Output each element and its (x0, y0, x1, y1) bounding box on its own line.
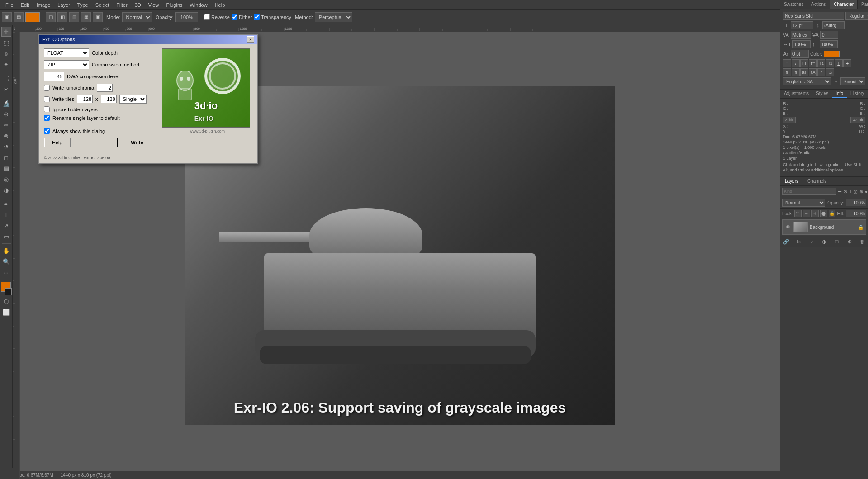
menu-image[interactable]: Image (33, 1, 54, 9)
tab-swatches[interactable]: Swatches (780, 0, 807, 9)
font-size-input[interactable] (791, 21, 813, 29)
mode-dropdown[interactable]: Normal (122, 12, 152, 22)
tool-btn-1[interactable]: ▣ (2, 12, 12, 22)
lock-paint-btn[interactable]: ✏ (803, 210, 810, 217)
menu-view[interactable]: View (145, 1, 163, 9)
tool-btn-2[interactable]: ▤ (14, 12, 24, 22)
tracking-input[interactable] (791, 31, 811, 39)
menu-3d[interactable]: 3D (131, 1, 145, 9)
menu-edit[interactable]: Edit (17, 1, 33, 9)
layers-filter-toggle[interactable]: ● (864, 187, 868, 195)
slice-tool[interactable]: ✂ (1, 84, 11, 94)
tile-y-input[interactable] (101, 95, 117, 103)
hand-tool[interactable]: ✋ (1, 246, 11, 256)
menu-select[interactable]: Select (92, 1, 113, 9)
healing-tool[interactable]: ⊕ (1, 109, 11, 119)
gradient-tool[interactable]: ▤ (1, 163, 11, 173)
fill-input[interactable] (846, 210, 866, 217)
layers-filter-btn4[interactable]: ◎ (853, 187, 858, 195)
tool-btn-3[interactable]: ◫ (46, 12, 56, 22)
exr-close-button[interactable]: × (247, 36, 254, 43)
always-show-checkbox[interactable] (44, 128, 50, 134)
ligatures-btn[interactable]: fl (792, 68, 800, 76)
stamp-tool[interactable]: ⊗ (1, 131, 11, 141)
history-brush-tool[interactable]: ↺ (1, 142, 11, 152)
write-luma-checkbox[interactable] (44, 85, 50, 91)
tab-styles[interactable]: Styles (812, 90, 832, 98)
tab-adjustments[interactable]: Adjustments (780, 90, 812, 98)
blur-tool[interactable]: ◎ (1, 174, 11, 184)
layer-fx-btn[interactable]: fx (795, 237, 803, 246)
layer-visibility-eye[interactable]: 👁 (784, 223, 792, 231)
all-caps-btn[interactable]: TT (800, 59, 808, 67)
baseline-input[interactable] (791, 50, 809, 58)
rename-layer-checkbox[interactable] (44, 115, 50, 121)
method-dropdown[interactable]: Perceptual (315, 12, 352, 22)
dodge-tool[interactable]: ◑ (1, 185, 11, 195)
brush-tool[interactable]: ✏ (1, 120, 11, 130)
write-tiles-checkbox[interactable] (44, 96, 50, 102)
dither-checkbox[interactable] (232, 14, 237, 20)
reverse-checkbox[interactable] (204, 14, 210, 20)
exr-float-dropdown[interactable]: FLOAT (44, 48, 89, 57)
small-caps-btn[interactable]: TT (809, 59, 817, 67)
more-fmt-btn[interactable]: aa (800, 68, 808, 76)
lock-transparency-btn[interactable]: ⬚ (794, 210, 802, 217)
smooth-dropdown[interactable]: Smooth (840, 77, 865, 85)
layers-filter-btn5[interactable]: ⊕ (859, 187, 863, 195)
menu-filter[interactable]: Filter (113, 1, 131, 9)
magic-wand-tool[interactable]: ✦ (1, 59, 11, 69)
scale-h-input[interactable] (792, 40, 811, 48)
underline-btn[interactable]: T (835, 59, 843, 67)
leading-input[interactable] (822, 21, 845, 29)
menu-file[interactable]: File (2, 1, 17, 9)
luma-value-input[interactable] (97, 84, 113, 92)
more-fmt-btn4[interactable]: ½ (826, 68, 834, 76)
lock-move-btn[interactable]: ✛ (811, 210, 819, 217)
layers-blend-mode[interactable]: Normal (782, 199, 825, 207)
menu-help[interactable]: Help (211, 1, 229, 9)
superscript-btn[interactable]: T1 (817, 59, 825, 67)
menu-layer[interactable]: Layer (54, 1, 74, 9)
layers-search-input[interactable] (782, 188, 836, 195)
language-dropdown[interactable]: English: USA (783, 77, 831, 85)
kerning-input[interactable] (820, 31, 838, 39)
layer-mask-btn[interactable]: ○ (807, 237, 816, 246)
eraser-tool[interactable]: ◻ (1, 152, 11, 162)
layer-new-btn[interactable]: ⊕ (845, 237, 854, 246)
tab-history[interactable]: History (847, 90, 868, 98)
shape-tool[interactable]: ▭ (1, 232, 11, 242)
pen-tool[interactable]: ✒ (1, 199, 11, 209)
lock-artboard-btn[interactable]: ⬤ (820, 210, 827, 217)
opentype-btn[interactable]: fi (783, 68, 791, 76)
background-color[interactable] (5, 288, 12, 295)
quick-mask-tool[interactable]: ⬡ (1, 296, 11, 306)
layer-adjustment-btn[interactable]: ◑ (820, 237, 828, 246)
layers-filter-btn3[interactable]: T (849, 187, 852, 195)
help-button[interactable]: Help (44, 138, 71, 147)
bold-btn[interactable]: T (783, 59, 791, 67)
tab-actions[interactable]: Actions (807, 0, 830, 9)
tab-paragraph[interactable]: Paragraph (858, 0, 868, 9)
color-swatch[interactable] (25, 12, 40, 22)
type-tool[interactable]: T (1, 210, 11, 220)
tab-character[interactable]: Character (830, 0, 858, 9)
font-family-input[interactable] (783, 12, 844, 20)
lasso-tool[interactable]: ⌾ (1, 48, 11, 58)
crop-tool[interactable]: ⛶ (1, 73, 11, 83)
tab-channels[interactable]: Channels (803, 177, 831, 185)
text-color-swatch[interactable] (824, 51, 840, 57)
layer-group-btn[interactable]: □ (833, 237, 841, 246)
scale-v-input[interactable] (820, 40, 838, 48)
transparency-checkbox[interactable] (254, 14, 260, 20)
font-style-dropdown[interactable]: Regular (845, 12, 868, 20)
tab-layers[interactable]: Layers (780, 177, 803, 185)
exr-dwa-input[interactable] (44, 72, 64, 81)
layer-link-btn[interactable]: 🔗 (782, 237, 790, 246)
tool-btn-5[interactable]: ▨ (69, 12, 79, 22)
tile-mode-dropdown[interactable]: Single (119, 95, 147, 104)
layer-delete-btn[interactable]: 🗑 (858, 237, 866, 246)
italic-btn[interactable]: T (792, 59, 800, 67)
strikethrough-btn[interactable]: T (843, 59, 851, 67)
ignore-hidden-checkbox[interactable] (44, 106, 50, 112)
